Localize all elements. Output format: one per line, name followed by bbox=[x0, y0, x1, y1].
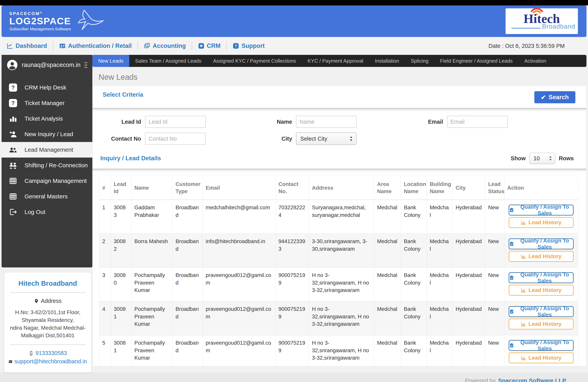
clipboard-check-icon bbox=[509, 275, 514, 280]
footer: Powered by Spacecom Software LLP. bbox=[0, 372, 588, 382]
grid-icon bbox=[9, 192, 17, 201]
lead-history-button[interactable]: Lead History bbox=[509, 251, 574, 262]
name-input[interactable] bbox=[296, 116, 357, 128]
qualify-assign-button[interactable]: Qualify / Assign To Sales bbox=[509, 340, 574, 351]
check-icon: ✔ bbox=[541, 94, 546, 101]
mobile-phone-icon bbox=[29, 351, 34, 356]
sidebar-item-campaign-management[interactable]: Campaign Management bbox=[1, 173, 92, 189]
bar-chart-icon bbox=[9, 115, 17, 123]
people-icon bbox=[9, 146, 17, 154]
sidebar-item-log-out[interactable]: Log Out bbox=[1, 204, 92, 220]
nav-item-accounting[interactable]: Accounting bbox=[142, 42, 188, 49]
bird-logo-icon bbox=[76, 8, 105, 34]
tab-new-leads[interactable]: New Leads bbox=[92, 55, 129, 67]
operator-name: Hitech Broadband bbox=[9, 279, 87, 287]
table-header-row: # Lead Id Name Customer Type Email Conta… bbox=[99, 176, 578, 200]
sidebar-item-ticket-analysis[interactable]: Ticket Analysis bbox=[1, 111, 92, 127]
crm-tabs: New Leads Sales Team / Assigned Leads As… bbox=[92, 55, 587, 67]
qualify-assign-button[interactable]: Qualify / Assign To Sales bbox=[509, 238, 574, 249]
question-badge-icon: ? bbox=[9, 84, 17, 92]
location-pin-icon bbox=[34, 298, 39, 304]
operator-info-card: Hitech Broadband Address H.No: 3-62/2/10… bbox=[4, 273, 91, 372]
powered-by-label: Powered by bbox=[465, 377, 496, 382]
top-navbar: Dashboard Authentication / Retail Accoun… bbox=[0, 37, 588, 55]
hamburger-menu-icon[interactable] bbox=[84, 61, 87, 69]
clipboard-check-icon bbox=[509, 207, 514, 213]
chart-bars-icon bbox=[521, 220, 526, 225]
tab-assigned-kyc-payment-collections[interactable]: Assigned KYC / Payment Collections bbox=[207, 55, 302, 67]
rows-per-page-select[interactable]: 10 bbox=[529, 153, 555, 164]
sidebar-item-shifting-reconnection[interactable]: Shifting / Re-Connection bbox=[1, 158, 92, 173]
nav-item-crm[interactable]: CRM bbox=[196, 42, 222, 49]
nav-separator bbox=[226, 42, 227, 50]
operator-email[interactable]: support@hitechbroadband.in bbox=[9, 358, 87, 365]
app-banner: SPACECOM® LOG2SPACE Subscriber Managemen… bbox=[1, 5, 587, 37]
tab-splicing[interactable]: Splicing bbox=[405, 55, 434, 67]
lead-history-button[interactable]: Lead History bbox=[509, 352, 574, 363]
email-input[interactable] bbox=[447, 116, 508, 128]
select-criteria-heading: Select Criteria bbox=[103, 91, 143, 98]
chart-bars-icon bbox=[521, 355, 526, 361]
tab-kyc-payment-approval[interactable]: KYC / Payment Approval bbox=[302, 55, 369, 67]
page-title: New Leads bbox=[99, 73, 587, 82]
line-chart-icon bbox=[7, 42, 13, 49]
inquiry-lead-details-heading: Inquiry / Lead Details bbox=[100, 155, 161, 162]
envelope-icon bbox=[9, 359, 12, 364]
sidebar-item-general-masters[interactable]: General Masters bbox=[1, 189, 92, 204]
nav-separator bbox=[192, 42, 192, 50]
person-plus-icon bbox=[9, 130, 17, 138]
sidebar-item-crm-help-desk[interactable]: ? CRM Help Desk bbox=[1, 80, 92, 95]
contact-no-input[interactable] bbox=[145, 133, 206, 145]
chart-bars-icon bbox=[521, 254, 526, 259]
lead-id-input[interactable] bbox=[145, 116, 206, 128]
sidebar-item-new-inquiry-lead[interactable]: New Inquiry / Lead bbox=[1, 127, 92, 142]
nav-item-support[interactable]: ? Support bbox=[231, 42, 266, 49]
window-top-strip bbox=[0, 0, 588, 5]
qualify-assign-button[interactable]: Qualify / Assign To Sales bbox=[509, 272, 574, 283]
operator-phone[interactable]: 9133330583 bbox=[9, 350, 87, 356]
new-leads-panel: Select Criteria ✔ Search Lead Id Name Em… bbox=[92, 86, 587, 366]
search-button[interactable]: ✔ Search bbox=[534, 91, 575, 103]
tab-activation[interactable]: Activation bbox=[518, 55, 552, 67]
table-row: 5 30081 Pochampally Praveen Kumar Broadb… bbox=[99, 335, 578, 366]
logout-icon bbox=[9, 208, 17, 216]
chart-bars-icon bbox=[521, 321, 526, 327]
contact-no-label: Contact No bbox=[104, 136, 141, 142]
log2space-logo: SPACECOM® LOG2SPACE Subscriber Managemen… bbox=[9, 8, 105, 34]
sidebar-item-lead-management[interactable]: Lead Management bbox=[1, 142, 92, 158]
stepper-arrows-icon bbox=[548, 156, 553, 161]
city-select[interactable]: Select City bbox=[296, 132, 357, 145]
lead-history-button[interactable]: Lead History bbox=[509, 318, 574, 329]
lead-table-body: 1 30083 Gaddam Prabhakar Broadband medch… bbox=[99, 200, 578, 366]
chart-bars-icon bbox=[521, 287, 526, 293]
nav-item-dashboard[interactable]: Dashboard bbox=[5, 42, 49, 49]
nav-separator bbox=[53, 42, 53, 50]
qualify-assign-button[interactable]: Qualify / Assign To Sales bbox=[509, 306, 574, 317]
layers-icon bbox=[144, 42, 150, 49]
nav-separator bbox=[137, 42, 138, 50]
wifi-arcs-icon bbox=[528, 6, 545, 16]
people-arrows-icon bbox=[9, 161, 17, 170]
lead-history-button[interactable]: Lead History bbox=[509, 285, 574, 296]
question-badge-icon: ? bbox=[9, 99, 17, 107]
clipboard-check-icon bbox=[509, 309, 514, 314]
current-date-label: Date : Oct 6, 2023 5:36:59 PM bbox=[488, 43, 565, 49]
sidebar-item-ticket-manager[interactable]: ? Ticket Manager bbox=[1, 95, 92, 111]
tab-field-engineer-assigned-leads[interactable]: Field Engineer / Assigned Leads bbox=[434, 55, 519, 67]
hitech-broadband-logo: Hitech Broadband bbox=[505, 8, 578, 34]
nav-item-authentication-retail[interactable]: Authentication / Retail bbox=[58, 42, 133, 49]
lead-history-button[interactable]: Lead History bbox=[509, 217, 574, 228]
rows-label: Rows bbox=[559, 155, 574, 162]
tab-installation[interactable]: Installation bbox=[369, 55, 405, 67]
table-row: 4 30081 Pochampally Praveen Kumar Broadb… bbox=[99, 301, 578, 335]
table-row: 3 30080 Pochampally Praveen Kumar Broadb… bbox=[99, 267, 578, 301]
operator-address: H.No: 3-62/2/101,1st Floor, Shyamala Res… bbox=[9, 308, 87, 340]
stepper-arrows-icon bbox=[349, 136, 354, 142]
city-label: City bbox=[255, 136, 292, 142]
tab-sales-team-assigned-leads[interactable]: Sales Team / Assigned Leads bbox=[129, 55, 207, 67]
avatar bbox=[7, 59, 18, 71]
logo-underline bbox=[511, 28, 541, 29]
svg-text:?: ? bbox=[235, 44, 237, 48]
sidebar: raunaq@spacecom.in ? CRM Help Desk ? Tic… bbox=[1, 55, 92, 372]
qualify-assign-button[interactable]: Qualify / Assign To Sales bbox=[509, 205, 574, 215]
